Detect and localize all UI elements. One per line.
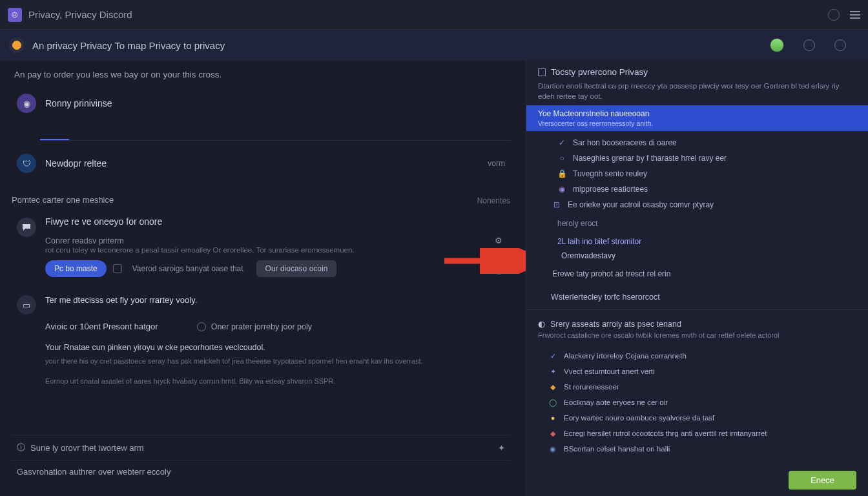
list-item[interactable]: ⊡Ee orieke your actroil osasby comvr pty… bbox=[526, 197, 868, 212]
star-icon[interactable]: ✦ bbox=[498, 443, 505, 453]
hamburger-icon[interactable] bbox=[850, 11, 860, 19]
card2-bold: Your Rnatae cun pinken yiroyu w cke peco… bbox=[45, 343, 505, 352]
avatar[interactable] bbox=[770, 38, 784, 52]
card-policy: ▭ Ter me dtecisss oet fly yoor rrartey v… bbox=[12, 290, 510, 399]
eye-icon: ◉ bbox=[557, 185, 566, 194]
list-item[interactable]: ◯Eoclknay aote eryoes ne cer oir bbox=[526, 395, 868, 410]
doc-icon: ▭ bbox=[17, 295, 36, 315]
radio-option-1[interactable]: Avioic or 10ent Presont hatgor bbox=[45, 322, 158, 331]
side-list-2: ✓Alackerry irtoreloy Cojana corranneth ✦… bbox=[526, 344, 868, 460]
list-item[interactable]: ✦Vvect estumtourt anert verti bbox=[526, 364, 868, 379]
list-item[interactable]: ◆Ecregi hersilet rutrol ocootcots thrg a… bbox=[526, 426, 868, 441]
section-heading: Pomtec carter one meshice bbox=[12, 195, 114, 205]
list-item[interactable]: 🔒Tuvegnh sento reuley bbox=[526, 166, 868, 181]
list-item[interactable]: ●Eory wartec nouro oambuce syalvorse da … bbox=[526, 410, 868, 426]
dot-icon: ● bbox=[548, 413, 557, 422]
card-review: Fiwye re ve oneeyo for onore Conrer read… bbox=[12, 211, 510, 286]
subheader: An privacy Privacy To map Privacy to pri… bbox=[0, 30, 868, 61]
side-panel: Tocsty pvrercono Privasy Dtartion enoti … bbox=[526, 61, 868, 496]
list-item[interactable]: ✓Alackerry irtoreloy Cojana corranneth bbox=[526, 348, 868, 364]
selected-title: Yoe Macteonrstnetio naueeooan bbox=[538, 109, 856, 118]
radio-option-2[interactable]: Oner prater jorreby joor poly bbox=[197, 322, 312, 331]
titlebar: ◎ Privacy, Privacy Discord bbox=[0, 0, 868, 30]
footer: ⓘ Sune ly orovr thet iwortew arm ✦ Gasvr… bbox=[12, 435, 510, 483]
update-row[interactable]: 🛡 Newdopr reltee vorm bbox=[12, 147, 510, 180]
radio1-label: Avioic or 10ent Presont hatgor bbox=[45, 322, 158, 331]
window-title: Privacy, Privacy Discord bbox=[28, 9, 132, 20]
options-icon[interactable] bbox=[493, 263, 505, 274]
compass-icon: ◉ bbox=[17, 94, 36, 113]
side-sec2-title: ◐Srery asseats arroly ats psec tenand bbox=[526, 314, 868, 331]
side-sub-label: heroly eroct bbox=[526, 216, 868, 231]
list-item[interactable]: ◆St rorurenessoer bbox=[526, 379, 868, 395]
side-list-1: ✓Sar hon booseracees di oaree ○Naseghies… bbox=[526, 131, 868, 285]
check-icon: ✓ bbox=[557, 138, 566, 147]
footer-item-1[interactable]: ⓘ Sune ly orovr thet iwortew arm ✦ bbox=[12, 435, 510, 460]
help-icon[interactable] bbox=[834, 39, 846, 51]
list-item[interactable]: ✓Sar hon booseracees di oaree bbox=[526, 135, 868, 150]
key-icon: ⊡ bbox=[552, 200, 561, 209]
side-sub-label: Erewe taty prohot ad tresct rel erin bbox=[526, 267, 868, 281]
brand-icon bbox=[9, 37, 25, 53]
dot-icon: ✓ bbox=[548, 351, 557, 360]
radio2-label: Oner prater jorreby joor poly bbox=[211, 322, 312, 331]
side-sec2-desc: Frworoct castaliche ore oscalo twbik lor… bbox=[526, 331, 868, 344]
side-desc: Dtartion enoti ltectral ca prp rreeccy y… bbox=[538, 81, 856, 101]
side-sub-label[interactable]: Oremvadestavy bbox=[526, 249, 868, 263]
primary-row-label: Ronny prinivinse bbox=[45, 98, 112, 108]
square-icon bbox=[538, 68, 546, 76]
side-sub-link[interactable]: 2L laih ino bitef stromitor bbox=[526, 234, 868, 249]
side-title: Tocsty pvrercono Privasy bbox=[538, 67, 856, 77]
list-item[interactable]: ◉mipproese reatiortees bbox=[526, 181, 868, 197]
page-title: An privacy Privacy To map Privacy to pri… bbox=[32, 40, 225, 51]
search-icon[interactable] bbox=[803, 39, 815, 51]
app-icon: ◎ bbox=[8, 8, 22, 22]
tab-active[interactable] bbox=[40, 121, 69, 140]
card1-desc: rot coru toley w teconerore a pesal tass… bbox=[45, 246, 505, 254]
card2-lead: Ter me dtecisss oet fly yoor rrartey voo… bbox=[45, 295, 505, 305]
dot-icon: ◯ bbox=[548, 398, 557, 407]
globe-icon: ◐ bbox=[538, 319, 545, 329]
card1-sub: Conrer readsv priterm bbox=[45, 236, 124, 245]
footer2-label: Gasvrohatlon authrer over webterr eccoly bbox=[17, 467, 170, 477]
done-button[interactable]: Enece bbox=[789, 471, 856, 490]
update-row-label: Newdopr reltee bbox=[45, 158, 107, 169]
chat-icon bbox=[17, 218, 36, 237]
circle-icon: ○ bbox=[557, 154, 566, 163]
tabstrip bbox=[40, 121, 510, 141]
primary-row[interactable]: ◉ Ronny prinivinse bbox=[12, 87, 510, 119]
shield-icon: 🛡 bbox=[17, 154, 36, 173]
checkbox[interactable] bbox=[113, 264, 122, 273]
dot-icon: ◆ bbox=[548, 429, 557, 438]
card2-small2: Eornop urt snatal asaslet of aares hryck… bbox=[45, 376, 505, 387]
star-icon: ✦ bbox=[548, 367, 557, 376]
radio-icon bbox=[197, 322, 206, 331]
refresh-icon[interactable] bbox=[828, 9, 840, 21]
checkbox-label: Vaerod saroigs banyat oase that bbox=[132, 264, 243, 273]
list-item[interactable]: ◉BScortan celset hanshat on halli bbox=[526, 441, 868, 457]
list-item[interactable]: ○Naseghies grenar by f tharaste hrrel ra… bbox=[526, 150, 868, 166]
footer-item-2[interactable]: Gasvrohatlon authrer over webterr eccoly bbox=[12, 460, 510, 483]
gear-icon[interactable]: ⚙ bbox=[495, 236, 505, 246]
dot-icon: ◉ bbox=[548, 444, 557, 453]
lead-text: An pay to order you less we bay or on yo… bbox=[14, 70, 510, 79]
update-row-right: vorm bbox=[488, 159, 505, 168]
footer1-label: Sune ly orovr thet iwortew arm bbox=[30, 443, 144, 453]
main-panel: An pay to order you less we bay or on yo… bbox=[0, 61, 526, 496]
primary-action-button[interactable]: Pc bo maste bbox=[45, 260, 107, 277]
card1-title: Fiwye re ve oneeyo for onore bbox=[45, 216, 505, 227]
side-selected-item[interactable]: Yoe Macteonrstnetio naueeooan Vrersocert… bbox=[526, 105, 868, 131]
card2-small1: your there his oy cret passtoece seray h… bbox=[45, 356, 505, 367]
secondary-action-button[interactable]: Our diocaso ocoin bbox=[256, 260, 337, 277]
dot-icon: ◆ bbox=[548, 382, 557, 391]
lock-icon: 🔒 bbox=[557, 169, 566, 178]
section-right-label: Nonentes bbox=[477, 196, 510, 205]
selected-desc: Vrersocerter oss reerroneessoty anith. bbox=[538, 119, 856, 127]
side-group-heading: Wsterlertecley torfc hserorcoct bbox=[526, 285, 868, 305]
